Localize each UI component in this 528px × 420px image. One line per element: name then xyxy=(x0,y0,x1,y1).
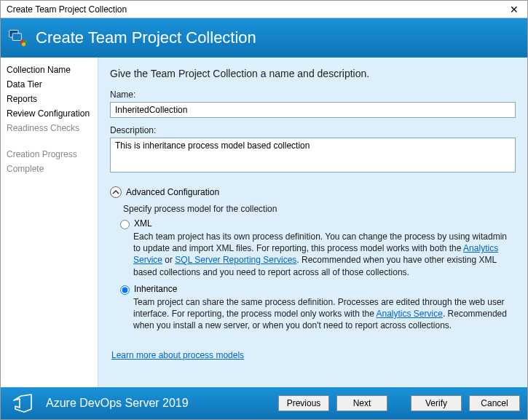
sidebar-step-readiness-checks: Readiness Checks xyxy=(7,123,92,133)
previous-button[interactable]: Previous xyxy=(278,395,329,411)
sidebar-step-complete: Complete xyxy=(7,164,92,174)
sidebar-step-reports[interactable]: Reports xyxy=(7,94,92,104)
advanced-config-toggle[interactable]: Advanced Configuration xyxy=(110,186,516,198)
page-heading: Give the Team Project Collection a name … xyxy=(110,68,516,79)
name-label: Name: xyxy=(110,90,516,100)
chevron-up-icon xyxy=(110,186,122,198)
wizard-main: Give the Team Project Collection a name … xyxy=(98,58,527,387)
cancel-button[interactable]: Cancel xyxy=(469,395,520,411)
azure-devops-icon xyxy=(11,392,34,415)
svg-point-4 xyxy=(22,42,25,46)
process-model-xml-desc: Each team project has its own process de… xyxy=(133,231,516,278)
process-model-xml-radio[interactable] xyxy=(120,220,130,229)
analytics-service-link-2[interactable]: Analytics Service xyxy=(377,309,443,319)
ssrs-link[interactable]: SQL Server Reporting Services xyxy=(175,255,296,265)
process-model-inheritance-label: Inheritance xyxy=(134,284,177,294)
verify-button[interactable]: Verify xyxy=(411,395,462,411)
description-label: Description: xyxy=(110,125,516,135)
close-icon[interactable]: ✕ xyxy=(505,4,523,15)
svg-rect-1 xyxy=(12,33,21,41)
collection-icon xyxy=(8,28,28,48)
wizard-sidebar: Collection Name Data Tier Reports Review… xyxy=(1,58,98,387)
process-model-inheritance-desc: Team project can share the same process … xyxy=(133,296,516,332)
wizard-title: Create Team Project Collection xyxy=(36,28,256,47)
wizard-header: Create Team Project Collection xyxy=(1,18,527,58)
description-input[interactable]: This is inheritance process model based … xyxy=(110,138,516,173)
name-input[interactable] xyxy=(110,102,516,118)
sidebar-step-review-configuration[interactable]: Review Configuration xyxy=(7,108,92,119)
sidebar-step-data-tier[interactable]: Data Tier xyxy=(7,79,92,90)
titlebar: Create Team Project Collection ✕ xyxy=(1,1,527,18)
brand-label: Azure DevOps Server 2019 xyxy=(46,397,189,410)
sidebar-step-collection-name[interactable]: Collection Name xyxy=(7,65,92,75)
process-model-caption: Specify process model for the collection xyxy=(123,204,516,214)
window-title: Create Team Project Collection xyxy=(7,4,127,15)
sidebar-step-creation-progress: Creation Progress xyxy=(7,149,92,159)
advanced-config-label: Advanced Configuration xyxy=(126,187,219,197)
next-button[interactable]: Next xyxy=(336,395,387,411)
process-model-xml-label: XML xyxy=(134,218,152,229)
process-model-inheritance-radio[interactable] xyxy=(120,285,130,295)
learn-more-link[interactable]: Learn more about process models xyxy=(111,350,244,360)
wizard-footer: Azure DevOps Server 2019 Previous Next V… xyxy=(1,387,527,419)
